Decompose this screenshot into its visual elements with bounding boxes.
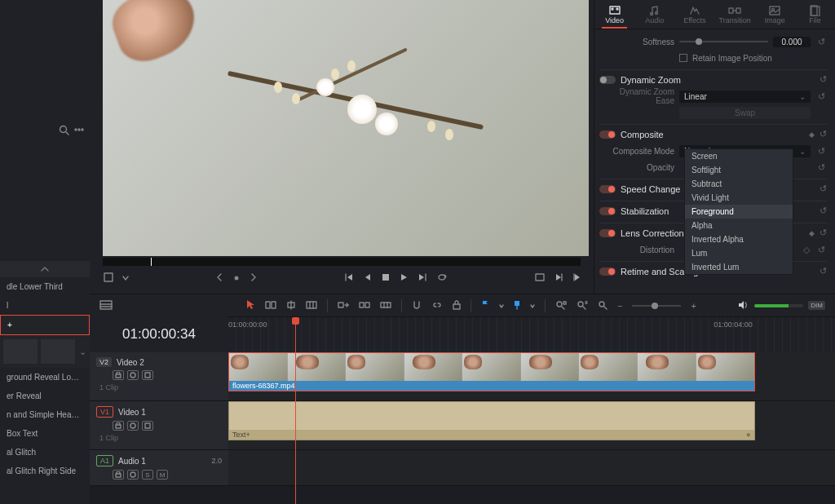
retain-checkbox[interactable] — [679, 54, 687, 62]
reset-icon[interactable]: ↺ — [815, 162, 827, 173]
track-lane-v1[interactable]: Text+ ⋄ — [228, 401, 835, 449]
inspector-tab-image[interactable]: Image — [755, 0, 795, 29]
reset-icon[interactable]: ↺ — [820, 74, 827, 85]
reset-icon[interactable]: ↺ — [815, 91, 827, 102]
track-lock-icon[interactable] — [113, 421, 124, 431]
track-solo-icon[interactable]: S — [142, 470, 153, 480]
replace-icon[interactable] — [380, 301, 391, 311]
inspector-tab-video[interactable]: Video — [594, 0, 634, 29]
track-lock-icon[interactable] — [113, 470, 124, 480]
play-icon[interactable] — [400, 272, 408, 284]
playhead[interactable] — [295, 317, 296, 504]
track-disable-icon[interactable] — [142, 370, 153, 380]
volume-icon[interactable] — [738, 300, 749, 312]
sidebar-item[interactable]: ground Reveal Low… — [0, 368, 90, 387]
track-lock-icon[interactable] — [113, 370, 124, 380]
dropdown-item[interactable]: Inverted Lum — [685, 260, 793, 274]
trim-tool-icon[interactable] — [265, 300, 276, 312]
sidebar-item[interactable]: Box Text — [0, 424, 90, 443]
dynamic-zoom-section[interactable]: Dynamic Zoom — [621, 75, 681, 85]
step-fwd-icon[interactable] — [554, 272, 563, 284]
go-start-icon[interactable] — [344, 272, 354, 284]
inspector-tab-audio[interactable]: Audio — [634, 0, 674, 29]
sidebar-item[interactable]: + — [0, 315, 90, 335]
snap-icon[interactable] — [412, 300, 422, 312]
search-icon[interactable] — [59, 125, 69, 137]
options-icon[interactable] — [74, 125, 85, 137]
sidebar-item[interactable]: dle Lower Third — [0, 277, 90, 296]
loop-icon[interactable] — [437, 272, 448, 284]
timecode-display[interactable]: 01:00:00:34 — [90, 316, 228, 352]
track-tag[interactable]: V2 — [96, 357, 112, 367]
track-lane-v2[interactable]: flowers-68367.mp4 — [228, 352, 835, 400]
zoom-fit-icon[interactable] — [555, 300, 567, 312]
flag-dropdown-icon[interactable] — [499, 301, 504, 311]
marker-dot-icon[interactable] — [233, 273, 240, 283]
keyframe-icon[interactable]: ◆ — [809, 229, 815, 237]
clip-text[interactable]: Text+ ⋄ — [228, 401, 755, 440]
inspector-tab-effects[interactable]: Effects — [674, 0, 714, 29]
marker-prev-icon[interactable] — [215, 273, 223, 283]
stabilization-section[interactable]: Stabilization — [621, 206, 669, 216]
blade-tool-icon[interactable] — [286, 300, 296, 312]
step-fwd2-icon[interactable] — [572, 272, 581, 284]
flag-icon[interactable] — [481, 300, 489, 312]
link-icon[interactable] — [431, 301, 443, 311]
track-disable-icon[interactable] — [142, 421, 153, 431]
sidebar-item[interactable]: er Reveal — [0, 387, 90, 405]
marker-dropdown-icon[interactable] — [530, 301, 535, 311]
sidebar-item[interactable]: al Glitch Right Side — [0, 462, 90, 480]
reset-icon[interactable]: ↺ — [815, 37, 827, 47]
viewer-scrubber[interactable] — [103, 258, 581, 266]
zoom-detail-icon[interactable] — [577, 300, 588, 312]
dropdown-item[interactable]: Alpha — [685, 219, 793, 232]
stop-icon[interactable] — [382, 273, 390, 283]
track-header-a1[interactable]: A1 Audio 1 2.0 S M — [90, 450, 228, 485]
lock-icon[interactable] — [453, 300, 461, 312]
retime-toggle[interactable] — [599, 267, 616, 276]
track-tag[interactable]: V1 — [96, 406, 113, 418]
dropdown-item[interactable]: Softlight — [685, 163, 793, 177]
reset-icon[interactable]: ↺ — [820, 206, 827, 216]
reset-icon[interactable]: ↺ — [815, 146, 827, 157]
track-mute-icon[interactable]: M — [157, 470, 168, 480]
volume-slider[interactable] — [754, 304, 803, 307]
sidebar-item[interactable]: al Glitch — [0, 443, 90, 462]
zoom-in-icon[interactable]: + — [691, 301, 696, 311]
composite-section[interactable]: Composite — [621, 130, 664, 139]
swap-button[interactable]: Swap — [679, 107, 811, 119]
go-end-icon[interactable] — [418, 272, 427, 284]
reset-icon[interactable]: ↺ — [815, 245, 827, 255]
viewer-canvas[interactable] — [103, 0, 589, 256]
softness-slider[interactable] — [679, 41, 768, 42]
track-auto-icon[interactable] — [127, 421, 139, 431]
ripple-icon[interactable] — [359, 301, 370, 311]
track-lane-a1[interactable] — [228, 450, 835, 485]
speed-section[interactable]: Speed Change — [621, 184, 680, 194]
stabilization-toggle[interactable] — [599, 207, 616, 215]
sidebar-item[interactable]: l — [0, 296, 90, 315]
chevron-down-icon[interactable] — [122, 273, 129, 283]
inspector-tab-transition[interactable]: Transition — [715, 0, 755, 29]
track-header-v1[interactable]: V1 Video 1 1 Clip — [90, 401, 228, 449]
dropdown-item[interactable]: Subtract — [685, 177, 793, 191]
insert-tool-icon[interactable] — [306, 301, 317, 311]
keyframe-icon[interactable]: ◆ — [809, 130, 815, 139]
timeline-view-icon[interactable] — [99, 300, 113, 312]
clip-fx-icon[interactable]: ⋄ — [746, 431, 751, 439]
reset-icon[interactable]: ↺ — [820, 129, 827, 139]
crop-icon[interactable] — [103, 272, 114, 285]
track-auto-icon[interactable] — [127, 470, 139, 480]
zoom-custom-icon[interactable] — [598, 300, 607, 312]
zoom-out-icon[interactable]: − — [617, 301, 622, 311]
step-back-icon[interactable] — [364, 272, 372, 284]
dropdown-item[interactable]: Foreground — [685, 205, 793, 219]
marker-flag-icon[interactable] — [514, 300, 520, 312]
dz-ease-dropdown[interactable]: Linear ⌄ — [679, 91, 811, 103]
dropdown-item[interactable]: Inverted Alpha — [685, 232, 793, 246]
sidebar-item[interactable]: n and Simple Headi… — [0, 405, 90, 424]
reset-icon[interactable]: ↺ — [820, 183, 827, 194]
reset-icon[interactable]: ↺ — [820, 228, 827, 238]
append-icon[interactable] — [338, 301, 349, 311]
lens-toggle[interactable] — [599, 229, 616, 237]
